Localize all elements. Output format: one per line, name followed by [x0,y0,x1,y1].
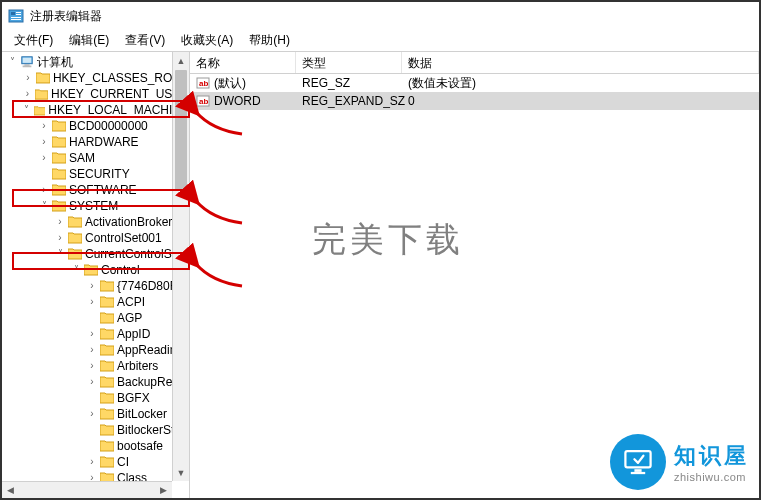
tree-node-currentcontrolset[interactable]: ˅CurrentControlSet [2,246,189,262]
chevron-right-icon[interactable]: › [86,406,98,422]
tree-label: HKEY_CURRENT_USER [51,86,189,102]
chevron-right-icon[interactable]: › [54,214,66,230]
tree-node-computer[interactable]: ˅ 计算机 [2,54,189,70]
tree-node-acpi[interactable]: ›ACPI [2,294,189,310]
tree-node-control[interactable]: ˅Control [2,262,189,278]
chevron-right-icon[interactable]: › [22,70,34,86]
scroll-left-icon[interactable]: ◀ [2,482,19,498]
tree-node-hklm[interactable]: ˅HKEY_LOCAL_MACHINE [2,102,189,118]
scroll-right-icon[interactable]: ▶ [155,482,172,498]
chevron-right-icon[interactable]: › [54,230,66,246]
value-data: (数值未设置) [402,74,759,93]
tree-node-controlset001[interactable]: ›ControlSet001 [2,230,189,246]
tree-node-appreadin[interactable]: ›AppReadin [2,342,189,358]
tree-node-hkcr[interactable]: ›HKEY_CLASSES_ROOT [2,70,189,86]
tree-label: CurrentControlSet [85,246,182,262]
tree-scrollbar-vertical[interactable]: ▲ ▼ [172,52,189,481]
chevron-right-icon[interactable]: › [86,278,98,294]
tree-node-activationbroker[interactable]: ›ActivationBroker [2,214,189,230]
chevron-down-icon[interactable]: ˅ [70,262,82,278]
tree-label: ActivationBroker [85,214,172,230]
chevron-right-icon[interactable]: › [86,342,98,358]
tree-node-appid[interactable]: ›AppID [2,326,189,342]
list-header: 名称 类型 数据 [190,52,759,74]
tree-label: HKEY_CLASSES_ROOT [53,70,189,86]
scroll-up-icon[interactable]: ▲ [173,52,189,69]
chevron-down-icon[interactable]: ˅ [54,246,66,262]
value-type: REG_EXPAND_SZ [296,93,402,109]
tree-node-bgfx[interactable]: ›BGFX [2,390,189,406]
value-type: REG_SZ [296,75,402,91]
tree-node-security[interactable]: ›SECURITY [2,166,189,182]
chevron-down-icon[interactable]: ˅ [22,102,32,118]
menu-help[interactable]: 帮助(H) [241,30,298,51]
tree-node-guid[interactable]: ›{7746D80F [2,278,189,294]
chevron-right-icon[interactable]: › [22,86,33,102]
menu-favorites[interactable]: 收藏夹(A) [173,30,241,51]
menu-view[interactable]: 查看(V) [117,30,173,51]
svg-rect-14 [625,451,650,467]
tree-node-system[interactable]: ˅SYSTEM [2,198,189,214]
chevron-down-icon[interactable]: ˅ [38,198,50,214]
menu-file[interactable]: 文件(F) [6,30,61,51]
tree-label: BGFX [117,390,150,406]
chevron-right-icon[interactable]: › [86,358,98,374]
tree-node-hkcu[interactable]: ›HKEY_CURRENT_USER [2,86,189,102]
regedit-icon [8,8,24,24]
svg-rect-16 [631,472,645,474]
tree-node-sam[interactable]: ›SAM [2,150,189,166]
window-title: 注册表编辑器 [30,8,102,25]
string-value-icon: ab [196,76,210,90]
tree-node-agp[interactable]: ›AGP [2,310,189,326]
tree-node-arbiters[interactable]: ›Arbiters [2,358,189,374]
tree-node-ci[interactable]: ›CI [2,454,189,470]
scrollbar-thumb[interactable] [175,70,187,190]
titlebar: 注册表编辑器 [2,2,759,30]
chevron-down-icon[interactable]: ˅ [6,54,18,70]
tree-node-hardware[interactable]: ›HARDWARE [2,134,189,150]
tree-node-bitlocker[interactable]: ›BitLocker [2,406,189,422]
tree-node-bcd[interactable]: ›BCD00000000 [2,118,189,134]
svg-rect-1 [11,12,15,15]
list-row[interactable]: ab DWORD REG_EXPAND_SZ 0 [190,92,759,110]
folder-icon [100,424,114,436]
chevron-right-icon[interactable]: › [38,182,50,198]
tree-node-bootsafe[interactable]: ›bootsafe [2,438,189,454]
value-name: (默认) [214,75,246,92]
chevron-right-icon[interactable]: › [38,134,50,150]
svg-text:ab: ab [199,97,208,106]
svg-rect-2 [16,12,21,13]
tree-node-bitlockerst[interactable]: ›BitlockerSt [2,422,189,438]
column-header-name[interactable]: 名称 [190,52,296,73]
chevron-right-icon[interactable]: › [86,374,98,390]
tree-label: CI [117,454,129,470]
svg-rect-9 [23,66,32,68]
scroll-down-icon[interactable]: ▼ [173,464,189,481]
folder-icon [100,344,114,356]
svg-rect-0 [9,10,23,22]
tree-node-software[interactable]: ›SOFTWARE [2,182,189,198]
folder-icon [35,88,48,100]
tree-scrollbar-horizontal[interactable]: ◀ ▶ [2,481,172,498]
chevron-right-icon[interactable]: › [38,150,50,166]
registry-tree[interactable]: ˅ 计算机 ›HKEY_CLASSES_ROOT ›HKEY_CURRENT_U… [2,52,189,498]
menu-edit[interactable]: 编辑(E) [61,30,117,51]
folder-icon [100,456,114,468]
chevron-right-icon[interactable]: › [86,326,98,342]
chevron-right-icon[interactable]: › [86,454,98,470]
badge-url: zhishiwu.com [674,471,749,483]
chevron-right-icon[interactable]: › [86,294,98,310]
column-header-type[interactable]: 类型 [296,52,402,73]
content-area: ˅ 计算机 ›HKEY_CLASSES_ROOT ›HKEY_CURRENT_U… [2,52,759,498]
tree-node-backupres[interactable]: ›BackupRes [2,374,189,390]
tree-label: SAM [69,150,95,166]
list-row[interactable]: ab (默认) REG_SZ (数值未设置) [190,74,759,92]
folder-icon [52,168,66,180]
folder-icon [52,200,66,212]
column-header-data[interactable]: 数据 [402,52,759,73]
svg-text:ab: ab [199,79,208,88]
chevron-right-icon[interactable]: › [38,118,50,134]
tree-label: BackupRes [117,374,178,390]
folder-icon [52,152,66,164]
values-list[interactable]: ab (默认) REG_SZ (数值未设置) ab DWORD REG_EXPA… [190,74,759,110]
